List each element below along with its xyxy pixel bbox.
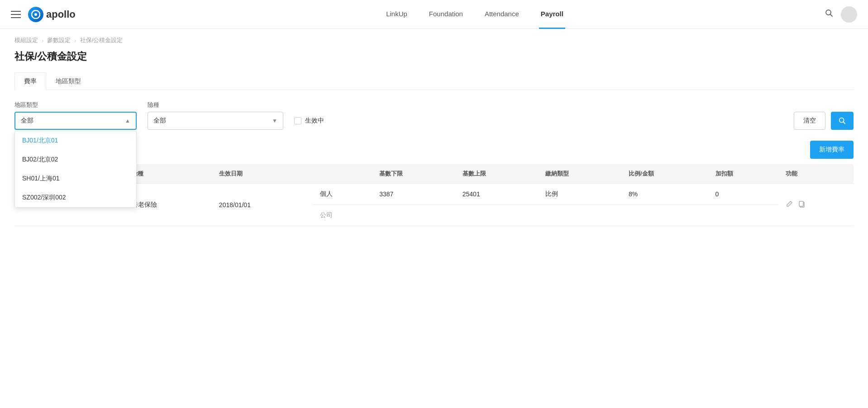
dropdown-item-3[interactable]: SZ002/深圳002 <box>15 188 136 207</box>
dropdown-item-0[interactable]: BJ01/北京01 <box>15 131 136 150</box>
col-extra: 加扣額 <box>708 164 778 184</box>
col-base-min: 基數下限 <box>372 164 455 184</box>
table-row: BJ01/北京01 養老保險 2018/01/01 個人 3387 25401 … <box>14 184 854 205</box>
region-type-select[interactable]: 全部 ▲ <box>14 112 137 130</box>
chevron-up-icon: ▲ <box>125 118 130 124</box>
insurance-type-value: 全部 <box>153 117 166 125</box>
search-icon[interactable] <box>825 9 834 20</box>
region-type-label: 地區類型 <box>14 101 137 109</box>
search-button[interactable] <box>831 112 854 130</box>
header: apollo LinkUp Foundation Attendance Payr… <box>0 0 868 29</box>
active-label: 生效中 <box>305 117 324 125</box>
chevron-down-icon: ▼ <box>272 118 277 124</box>
header-left: apollo <box>11 7 138 22</box>
cell-insurance: 養老保險 <box>124 184 211 226</box>
logo-text: apollo <box>46 9 76 20</box>
nav-attendance[interactable]: Attendance <box>483 0 521 29</box>
filter-row: 地區類型 全部 ▲ BJ01/北京01 BJ02/北京02 SH01/上海01 … <box>14 101 854 130</box>
col-payment-type: 繳納類型 <box>538 164 621 184</box>
hamburger-menu-icon[interactable] <box>11 11 21 18</box>
active-checkbox-row: 生效中 <box>294 112 324 130</box>
action-icons <box>786 200 846 209</box>
insurance-type-select[interactable]: 全部 ▼ <box>148 112 283 130</box>
logo[interactable]: apollo <box>28 7 76 22</box>
insurance-type-label: 險種 <box>148 101 283 109</box>
filter-actions: 清空 <box>794 112 854 130</box>
cell-payment-type-2 <box>538 205 621 226</box>
breadcrumb-item-2[interactable]: 參數設定 <box>47 36 71 44</box>
breadcrumb-sep-1: › <box>42 37 43 44</box>
breadcrumb-sep-2: › <box>74 37 76 44</box>
dropdown-item-1[interactable]: BJ02/北京02 <box>15 150 136 169</box>
cell-payer-company: 公司 <box>313 205 372 226</box>
svg-point-1 <box>34 13 37 16</box>
nav-foundation[interactable]: Foundation <box>427 0 465 29</box>
page-title: 社保/公積金設定 <box>0 48 868 72</box>
region-type-filter-group: 地區類型 全部 ▲ BJ01/北京01 BJ02/北京02 SH01/上海01 … <box>14 101 137 130</box>
cell-payment-type: 比例 <box>538 184 621 205</box>
content: 地區類型 全部 ▲ BJ01/北京01 BJ02/北京02 SH01/上海01 … <box>0 90 868 237</box>
dropdown-item-2[interactable]: SH01/上海01 <box>15 169 136 188</box>
edit-icon[interactable] <box>786 200 793 209</box>
cell-base-max: 25401 <box>455 184 539 205</box>
svg-line-5 <box>843 122 845 123</box>
table-header-row: 新增費率 <box>14 141 854 159</box>
breadcrumb-item-1[interactable]: 模組設定 <box>14 36 38 44</box>
cell-base-min: 3387 <box>372 184 455 205</box>
cell-ratio: 8% <box>621 184 708 205</box>
breadcrumb: 模組設定 › 參數設定 › 社保/公積金設定 <box>0 29 868 48</box>
breadcrumb-item-3: 社保/公積金設定 <box>80 36 123 44</box>
col-base-max: 基數上限 <box>455 164 539 184</box>
rate-table: 地區類型 險種 生效日期 基數下限 基數上限 繳納類型 比例/金額 加扣額 功能… <box>14 164 854 226</box>
copy-icon[interactable] <box>798 200 806 209</box>
svg-line-3 <box>830 14 833 17</box>
tabs-bar: 費率 地區類型 <box>14 72 854 90</box>
region-type-dropdown: BJ01/北京01 BJ02/北京02 SH01/上海01 SZ002/深圳00… <box>14 131 137 208</box>
clear-button[interactable]: 清空 <box>794 112 825 130</box>
avatar[interactable] <box>841 6 857 23</box>
active-checkbox[interactable] <box>294 117 301 124</box>
cell-base-min-2 <box>372 205 455 226</box>
cell-effective-date: 2018/01/01 <box>212 184 313 226</box>
cell-ratio-2 <box>621 205 708 226</box>
col-payer-empty <box>313 164 372 184</box>
add-rate-button[interactable]: 新增費率 <box>810 141 854 159</box>
region-type-select-wrapper: 全部 ▲ BJ01/北京01 BJ02/北京02 SH01/上海01 SZ002… <box>14 112 137 130</box>
main-nav: LinkUp Foundation Attendance Payroll <box>138 0 812 29</box>
col-effective-date: 生效日期 <box>212 164 313 184</box>
cell-extra-2 <box>708 205 778 226</box>
col-ratio: 比例/金額 <box>621 164 708 184</box>
cell-actions <box>778 184 854 226</box>
table-header: 地區類型 險種 生效日期 基數下限 基數上限 繳納類型 比例/金額 加扣額 功能 <box>14 164 854 184</box>
cell-payer: 個人 <box>313 184 372 205</box>
nav-payroll[interactable]: Payroll <box>539 0 565 29</box>
header-right <box>812 6 857 23</box>
insurance-type-filter-group: 險種 全部 ▼ <box>148 101 283 130</box>
tab-region-type[interactable]: 地區類型 <box>46 72 91 90</box>
cell-base-max-2 <box>455 205 539 226</box>
svg-rect-7 <box>799 201 803 206</box>
region-type-value: 全部 <box>21 117 33 125</box>
logo-icon <box>28 7 43 22</box>
nav-linkup[interactable]: LinkUp <box>384 0 409 29</box>
tab-rate[interactable]: 費率 <box>14 72 46 90</box>
cell-extra: 0 <box>708 184 778 205</box>
col-insurance: 險種 <box>124 164 211 184</box>
col-actions: 功能 <box>778 164 854 184</box>
table-section: 新增費率 地區類型 險種 生效日期 基數下限 基數上限 繳納類型 比例/金額 加… <box>14 141 854 226</box>
